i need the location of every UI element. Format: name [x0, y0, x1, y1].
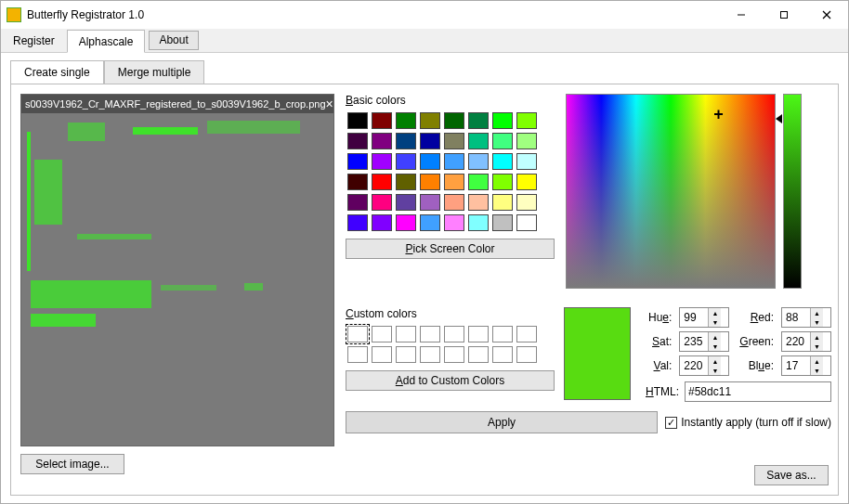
basic-color-swatch[interactable] — [492, 194, 513, 211]
preview-close-icon[interactable]: × — [326, 97, 333, 111]
basic-color-swatch[interactable] — [444, 153, 464, 170]
basic-color-swatch[interactable] — [516, 194, 537, 211]
red-stepper[interactable]: ▲▼ — [781, 307, 831, 328]
spin-up-icon[interactable]: ▲ — [709, 332, 721, 342]
spin-down-icon[interactable]: ▼ — [709, 366, 721, 375]
custom-swatch[interactable] — [516, 346, 537, 363]
custom-swatch[interactable] — [420, 326, 440, 342]
basic-color-swatch[interactable] — [492, 153, 513, 170]
basic-color-swatch[interactable] — [444, 194, 464, 211]
basic-color-swatch[interactable] — [420, 153, 440, 170]
custom-swatch[interactable] — [444, 346, 464, 363]
maximize-button[interactable] — [763, 1, 805, 29]
subtab-merge-multiple[interactable]: Merge multiple — [104, 60, 205, 84]
basic-color-swatch[interactable] — [468, 133, 489, 149]
minimize-button[interactable] — [720, 1, 763, 29]
basic-color-swatch[interactable] — [396, 214, 416, 231]
basic-color-swatch[interactable] — [468, 153, 489, 170]
hue-stepper[interactable]: ▲▼ — [679, 307, 729, 328]
basic-color-swatch[interactable] — [347, 214, 368, 231]
html-input[interactable] — [685, 381, 831, 402]
basic-color-swatch[interactable] — [420, 133, 440, 149]
blue-stepper[interactable]: ▲▼ — [781, 355, 831, 376]
basic-color-swatch[interactable] — [347, 133, 368, 149]
image-preview[interactable]: s0039V1962_Cr_MAXRF_registered_to_s0039V… — [20, 94, 334, 446]
green-input[interactable] — [782, 332, 810, 351]
custom-swatch[interactable] — [372, 326, 392, 342]
sat-stepper[interactable]: ▲▼ — [679, 331, 729, 352]
spin-up-icon[interactable]: ▲ — [709, 308, 721, 317]
basic-color-swatch[interactable] — [372, 214, 392, 231]
about-button[interactable]: About — [149, 31, 198, 50]
custom-swatch[interactable] — [468, 326, 489, 342]
custom-swatch[interactable] — [396, 346, 416, 363]
custom-swatch[interactable] — [347, 346, 368, 363]
red-input[interactable] — [782, 308, 810, 327]
basic-color-swatch[interactable] — [347, 153, 368, 170]
val-input[interactable] — [680, 356, 708, 375]
basic-color-swatch[interactable] — [347, 194, 368, 211]
basic-color-swatch[interactable] — [396, 133, 416, 149]
custom-swatch[interactable] — [372, 346, 392, 363]
tab-register[interactable]: Register — [1, 29, 67, 52]
basic-color-swatch[interactable] — [444, 174, 464, 190]
basic-color-swatch[interactable] — [444, 214, 464, 231]
value-strip[interactable] — [783, 94, 802, 289]
spin-up-icon[interactable]: ▲ — [811, 308, 823, 317]
custom-swatch[interactable] — [444, 326, 464, 342]
basic-color-swatch[interactable] — [468, 214, 489, 231]
basic-color-swatch[interactable] — [492, 112, 513, 129]
custom-swatch[interactable] — [516, 326, 537, 342]
basic-color-swatch[interactable] — [347, 174, 368, 190]
basic-color-swatch[interactable] — [420, 214, 440, 231]
basic-color-swatch[interactable] — [516, 133, 537, 149]
spin-down-icon[interactable]: ▼ — [709, 317, 721, 327]
custom-swatch[interactable] — [347, 326, 368, 342]
basic-color-swatch[interactable] — [516, 214, 537, 231]
basic-color-swatch[interactable] — [468, 174, 489, 190]
select-image-button[interactable]: Select image... — [20, 454, 124, 474]
hue-input[interactable] — [680, 308, 708, 327]
basic-color-swatch[interactable] — [396, 153, 416, 170]
close-button[interactable] — [805, 1, 848, 29]
add-to-custom-colors-button[interactable]: Add to Custom Colors — [346, 370, 555, 391]
basic-color-swatch[interactable] — [396, 112, 416, 129]
basic-color-swatch[interactable] — [372, 174, 392, 190]
apply-button[interactable]: Apply — [346, 411, 658, 433]
basic-color-swatch[interactable] — [396, 194, 416, 211]
basic-color-swatch[interactable] — [372, 112, 392, 129]
basic-color-swatch[interactable] — [347, 112, 368, 129]
save-as-button[interactable]: Save as... — [754, 465, 829, 485]
sat-input[interactable] — [680, 332, 708, 351]
pick-screen-color-button[interactable]: Pick Screen Color — [346, 239, 555, 259]
basic-color-swatch[interactable] — [468, 194, 489, 211]
spin-up-icon[interactable]: ▲ — [709, 356, 721, 366]
basic-color-swatch[interactable] — [372, 133, 392, 149]
basic-color-swatch[interactable] — [492, 214, 513, 231]
basic-color-swatch[interactable] — [420, 112, 440, 129]
basic-color-swatch[interactable] — [492, 174, 513, 190]
spin-up-icon[interactable]: ▲ — [811, 332, 823, 342]
spin-down-icon[interactable]: ▼ — [811, 366, 823, 375]
basic-color-swatch[interactable] — [444, 112, 464, 129]
blue-input[interactable] — [782, 356, 810, 375]
basic-color-swatch[interactable] — [372, 194, 392, 211]
val-stepper[interactable]: ▲▼ — [679, 355, 729, 376]
custom-swatch[interactable] — [468, 346, 489, 363]
basic-color-swatch[interactable] — [444, 133, 464, 149]
green-stepper[interactable]: ▲▼ — [781, 331, 831, 352]
spin-down-icon[interactable]: ▼ — [709, 342, 721, 351]
custom-swatch[interactable] — [492, 326, 513, 342]
subtab-create-single[interactable]: Create single — [10, 60, 104, 84]
basic-color-swatch[interactable] — [420, 194, 440, 211]
spin-down-icon[interactable]: ▼ — [811, 317, 823, 327]
basic-color-swatch[interactable] — [372, 153, 392, 170]
basic-color-swatch[interactable] — [420, 174, 440, 190]
basic-color-swatch[interactable] — [516, 112, 537, 129]
custom-swatch[interactable] — [396, 326, 416, 342]
basic-color-swatch[interactable] — [516, 153, 537, 170]
basic-color-swatch[interactable] — [492, 133, 513, 149]
spin-up-icon[interactable]: ▲ — [811, 356, 823, 366]
instant-apply-checkbox[interactable]: ✓ Instantly apply (turn off if slow) — [665, 416, 831, 429]
basic-color-swatch[interactable] — [396, 174, 416, 190]
